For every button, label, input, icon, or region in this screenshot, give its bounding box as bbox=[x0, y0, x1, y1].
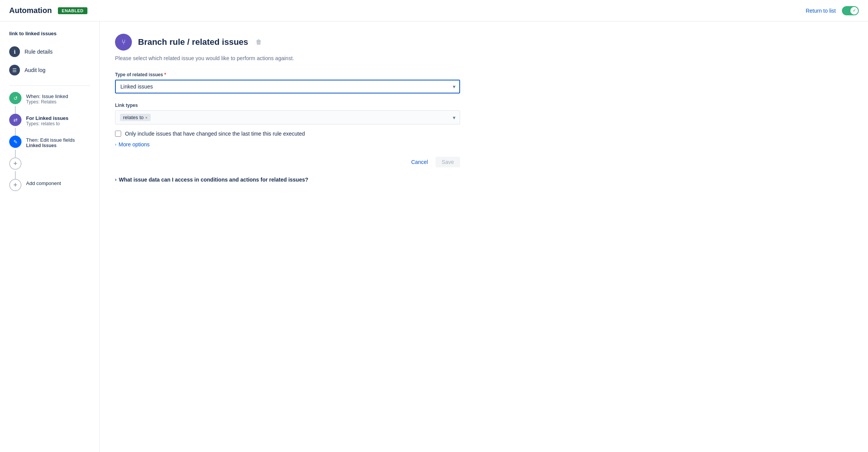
type-label: Type of related issues * bbox=[115, 72, 853, 77]
add-component-btn[interactable]: + bbox=[9, 179, 21, 191]
sidebar-item-label-rule-details: Rule details bbox=[25, 49, 53, 55]
more-options-chevron-icon: › bbox=[115, 142, 116, 147]
workflow-item-then[interactable]: ✎ Then: Edit issue fields Linked Issues bbox=[9, 136, 90, 148]
sidebar-item-rule-details[interactable]: ℹ Rule details bbox=[0, 43, 99, 61]
toggle-knob: ✓ bbox=[850, 7, 858, 15]
main-layout: link to linked issues ℹ Rule details ☰ A… bbox=[0, 21, 868, 452]
sidebar: link to linked issues ℹ Rule details ☰ A… bbox=[0, 21, 100, 452]
type-form-section: Type of related issues * Linked issues S… bbox=[115, 72, 853, 93]
link-types-label: Link types bbox=[115, 103, 853, 108]
faq-chevron-icon: › bbox=[115, 177, 117, 182]
workflow-item-for[interactable]: ⇄ For Linked issues Types: relates to bbox=[9, 114, 90, 126]
relates-to-tag: relates to × bbox=[120, 114, 151, 121]
required-star: * bbox=[163, 72, 166, 77]
button-row: Cancel Save bbox=[115, 157, 460, 167]
workflow-icon-for: ⇄ bbox=[9, 114, 21, 126]
faq-row[interactable]: › What issue data can I access in condit… bbox=[115, 177, 853, 183]
connector-2 bbox=[15, 128, 16, 136]
toggle-check-icon: ✓ bbox=[853, 8, 856, 13]
workflow-content-when: When: Issue linked Types: Relates bbox=[26, 92, 90, 105]
checkbox-row: Only include issues that have changed si… bbox=[115, 131, 460, 137]
type-select-wrapper: Linked issues Sub-tasks Epic children ▾ bbox=[115, 80, 460, 93]
cancel-button[interactable]: Cancel bbox=[406, 157, 432, 167]
checkbox-label: Only include issues that have changed si… bbox=[125, 131, 305, 137]
main-content: ⑂ Branch rule / related issues 🗑 Please … bbox=[100, 21, 868, 452]
sidebar-section-title: link to linked issues bbox=[0, 31, 99, 43]
workflow-label-then: Then: Edit issue fields bbox=[26, 137, 90, 143]
top-bar-left: Automation ENABLED bbox=[9, 6, 87, 15]
workflow-add-component-row: + bbox=[9, 157, 90, 170]
workflow-item-add-component[interactable]: + Add component bbox=[9, 179, 90, 191]
type-select[interactable]: Linked issues Sub-tasks Epic children bbox=[115, 80, 460, 93]
trash-icon[interactable]: 🗑 bbox=[256, 39, 262, 46]
sidebar-divider bbox=[9, 85, 90, 86]
workflow-label-when: When: Issue linked bbox=[26, 93, 90, 99]
tag-label: relates to bbox=[123, 115, 143, 120]
enabled-toggle[interactable]: ✓ bbox=[842, 6, 859, 15]
link-types-wrapper: relates to × ▾ bbox=[115, 110, 460, 124]
add-component-circle-btn[interactable]: + bbox=[9, 157, 21, 170]
panel-subtitle: Please select which related issue you wo… bbox=[115, 55, 853, 61]
sidebar-item-label-audit-log: Audit log bbox=[25, 67, 45, 73]
connector-3 bbox=[15, 150, 16, 157]
return-to-list-link[interactable]: Return to list bbox=[806, 8, 836, 14]
save-button[interactable]: Save bbox=[436, 157, 460, 167]
panel-icon: ⑂ bbox=[115, 34, 132, 51]
more-options-row[interactable]: › More options bbox=[115, 141, 853, 147]
top-bar: Automation ENABLED Return to list ✓ bbox=[0, 0, 868, 21]
info-icon: ℹ bbox=[9, 46, 20, 57]
changed-since-checkbox[interactable] bbox=[115, 131, 121, 137]
workflow-section: ↺ When: Issue linked Types: Relates ⇄ Fo… bbox=[0, 92, 99, 191]
workflow-label-add: Add component bbox=[26, 180, 90, 186]
audit-icon: ☰ bbox=[9, 65, 20, 75]
top-bar-right: Return to list ✓ bbox=[806, 6, 859, 15]
sidebar-item-audit-log[interactable]: ☰ Audit log bbox=[0, 61, 99, 79]
workflow-sublabel-then: Linked Issues bbox=[26, 143, 90, 148]
workflow-item-when[interactable]: ↺ When: Issue linked Types: Relates bbox=[9, 92, 90, 105]
workflow-sublabel-for: Types: relates to bbox=[26, 121, 90, 126]
connector-4 bbox=[15, 171, 16, 179]
panel-title: Branch rule / related issues bbox=[138, 37, 248, 47]
workflow-content-for: For Linked issues Types: relates to bbox=[26, 114, 90, 126]
workflow-icon-when: ↺ bbox=[9, 92, 21, 104]
panel-header: ⑂ Branch rule / related issues 🗑 bbox=[115, 34, 853, 51]
workflow-content-then: Then: Edit issue fields Linked Issues bbox=[26, 136, 90, 148]
tag-close-icon[interactable]: × bbox=[145, 115, 147, 120]
workflow-sublabel-when: Types: Relates bbox=[26, 99, 90, 105]
link-types-field[interactable]: relates to × bbox=[115, 110, 460, 124]
workflow-content-add: Add component bbox=[26, 179, 90, 191]
link-types-section: Link types relates to × ▾ bbox=[115, 103, 853, 124]
connector-1 bbox=[15, 106, 16, 114]
workflow-icon-then: ✎ bbox=[9, 136, 21, 148]
app-title: Automation bbox=[9, 6, 52, 15]
enabled-badge: ENABLED bbox=[58, 7, 87, 14]
faq-label: What issue data can I access in conditio… bbox=[119, 177, 308, 183]
more-options-label: More options bbox=[118, 141, 150, 147]
workflow-label-for: For Linked issues bbox=[26, 115, 90, 121]
